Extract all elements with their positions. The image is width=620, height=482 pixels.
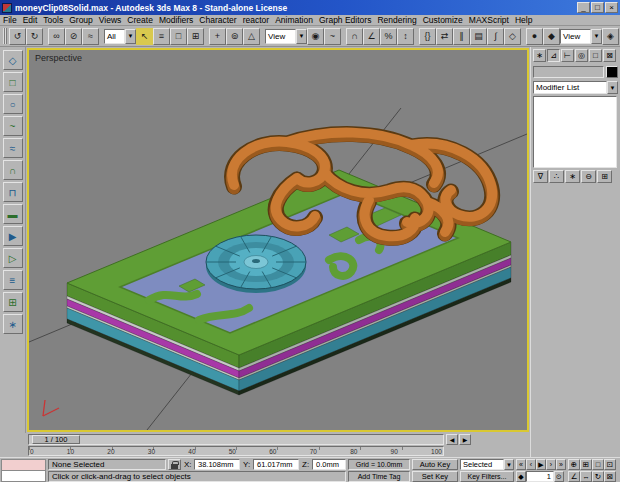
modifier-list-dropdown[interactable]: Modifier List ▼ (533, 81, 618, 94)
select-and-rotate-icon[interactable]: ⊚ (226, 28, 243, 45)
menu-create[interactable]: Create (124, 15, 156, 25)
reactor-soft-body-collection-icon[interactable]: ○ (3, 94, 23, 114)
viewport-canvas[interactable] (29, 50, 527, 430)
menu-customize[interactable]: Customize (420, 15, 466, 25)
menu-modifiers[interactable]: Modifiers (156, 15, 196, 25)
menu-file[interactable]: File (0, 15, 20, 25)
chevron-down-icon[interactable]: ▼ (504, 459, 514, 470)
zoom-extents-all-icon[interactable]: ⊡ (604, 459, 616, 470)
modifier-stack-list[interactable] (533, 96, 617, 168)
play-animation-icon[interactable]: ▶ (536, 459, 546, 470)
schematic-view-icon[interactable]: ◇ (504, 28, 521, 45)
reference-coordinate-system-dropdown[interactable]: View ▼ (265, 29, 307, 44)
field-of-view-icon[interactable]: ∠ (568, 471, 580, 482)
align-icon[interactable]: ∥ (453, 28, 470, 45)
snaps-toggle-icon[interactable]: ∩ (346, 28, 363, 45)
tab-utilities-icon[interactable]: ⊠ (603, 49, 616, 62)
undo-icon[interactable]: ↺ (9, 28, 26, 45)
curve-editor-icon[interactable]: ∫ (487, 28, 504, 45)
y-coordinate-field[interactable]: 61.017mm (253, 459, 299, 470)
maximize-button[interactable]: □ (591, 2, 604, 13)
unlink-selection-icon[interactable]: ⊘ (65, 28, 82, 45)
previous-frame-icon[interactable]: ‹ (526, 459, 536, 470)
configure-modifier-sets-icon[interactable]: ⊞ (597, 170, 612, 183)
tab-modify-icon[interactable]: ⊿ (547, 49, 560, 62)
pan-icon[interactable]: ↔ (580, 471, 592, 482)
select-and-move-icon[interactable]: + (209, 28, 226, 45)
key-filters-button[interactable]: Key Filters... (460, 471, 514, 482)
reactor-analyze-world-icon[interactable]: ≡ (3, 270, 23, 290)
zoom-all-icon[interactable]: ⊞ (580, 459, 592, 470)
menu-animation[interactable]: Animation (272, 15, 316, 25)
select-by-name-icon[interactable]: ≡ (153, 28, 170, 45)
reactor-spring-icon[interactable]: ⊓ (3, 182, 23, 202)
redo-icon[interactable]: ↻ (26, 28, 43, 45)
tab-create-icon[interactable]: ∗ (533, 49, 546, 62)
time-slider-handle[interactable]: 1 / 100 (32, 435, 80, 444)
bind-to-space-warp-icon[interactable]: ≈ (82, 28, 99, 45)
arc-rotate-icon[interactable]: ↻ (592, 471, 604, 482)
reactor-rigid-body-collection-icon[interactable]: ◇ (3, 50, 23, 70)
chevron-down-icon[interactable]: ▼ (296, 29, 307, 44)
x-coordinate-field[interactable]: 38.108mm (194, 459, 240, 470)
chevron-down-icon[interactable]: ▼ (607, 81, 618, 94)
key-mode-toggle-icon[interactable]: ◆ (516, 471, 526, 482)
show-end-result-icon[interactable]: ∴ (549, 170, 564, 183)
use-center-icon[interactable]: ◉ (307, 28, 324, 45)
reactor-deforming-mesh-icon[interactable]: ≈ (3, 138, 23, 158)
layer-manager-icon[interactable]: ▤ (470, 28, 487, 45)
zoom-extents-icon[interactable]: □ (592, 459, 604, 470)
chevron-down-icon[interactable]: ▼ (591, 29, 602, 44)
perspective-viewport[interactable]: Perspective (27, 48, 529, 432)
quick-render-icon[interactable]: ◈ (602, 28, 619, 45)
menu-graph-editors[interactable]: Graph Editors (316, 15, 374, 25)
render-type-dropdown[interactable]: View ▼ (560, 29, 602, 44)
menu-views[interactable]: Views (96, 15, 125, 25)
reactor-plane-icon[interactable]: ∩ (3, 160, 23, 180)
mirror-icon[interactable]: ⇄ (436, 28, 453, 45)
chevron-down-icon[interactable]: ▼ (125, 29, 136, 44)
menu-character[interactable]: Character (196, 15, 239, 25)
reactor-utilities-icon[interactable]: ∗ (3, 314, 23, 334)
select-and-scale-icon[interactable]: △ (243, 28, 260, 45)
current-frame-field[interactable]: 1 (526, 471, 554, 482)
remove-modifier-icon[interactable]: ⊖ (581, 170, 596, 183)
tab-hierarchy-icon[interactable]: ⊢ (561, 49, 574, 62)
set-key-button[interactable]: Set Key (412, 471, 458, 482)
select-object-icon[interactable]: ↖ (136, 28, 153, 45)
pin-stack-icon[interactable]: ∇ (533, 170, 548, 183)
render-scene-icon[interactable]: ◆ (543, 28, 560, 45)
auto-key-button[interactable]: Auto Key (412, 459, 458, 470)
menu-group[interactable]: Group (66, 15, 96, 25)
go-to-start-icon[interactable]: « (516, 459, 526, 470)
previous-frame-arrow-icon[interactable]: ◀ (446, 434, 458, 445)
reactor-property-editor-icon[interactable]: ⊞ (3, 292, 23, 312)
go-to-end-icon[interactable]: » (556, 459, 566, 470)
tab-display-icon[interactable]: □ (589, 49, 602, 62)
time-slider-track[interactable]: 1 / 100 (28, 434, 444, 445)
reactor-preview-animation-icon[interactable]: ▶ (3, 226, 23, 246)
menu-tools[interactable]: Tools (40, 15, 66, 25)
percent-snap-icon[interactable]: % (380, 28, 397, 45)
make-unique-icon[interactable]: ∗ (565, 170, 580, 183)
reactor-create-animation-icon[interactable]: ▷ (3, 248, 23, 268)
next-frame-icon[interactable]: › (546, 459, 556, 470)
key-selection-dropdown[interactable]: Selected (460, 459, 504, 470)
min-max-toggle-icon[interactable]: ⊠ (604, 471, 616, 482)
selection-lock-icon[interactable] (168, 459, 181, 470)
next-frame-arrow-icon[interactable]: ▶ (459, 434, 471, 445)
select-and-link-icon[interactable]: ∞ (48, 28, 65, 45)
add-time-tag[interactable]: Add Time Tag (348, 471, 410, 482)
listener-macro-row[interactable] (1, 459, 46, 470)
menu-help[interactable]: Help (512, 15, 535, 25)
time-configuration-icon[interactable]: ⊙ (554, 471, 564, 482)
minimize-button[interactable]: _ (577, 2, 590, 13)
spinner-snap-icon[interactable]: ↕ (397, 28, 414, 45)
track-bar[interactable]: 0 10 20 30 40 50 60 70 80 90 100 (28, 446, 444, 456)
listener-script-row[interactable] (1, 470, 46, 482)
menu-reactor[interactable]: reactor (240, 15, 272, 25)
selection-filter-dropdown[interactable]: All ▼ (104, 29, 136, 44)
angle-snap-icon[interactable]: ∠ (363, 28, 380, 45)
z-coordinate-field[interactable]: 0.0mm (312, 459, 346, 470)
object-name-field[interactable] (533, 66, 604, 78)
